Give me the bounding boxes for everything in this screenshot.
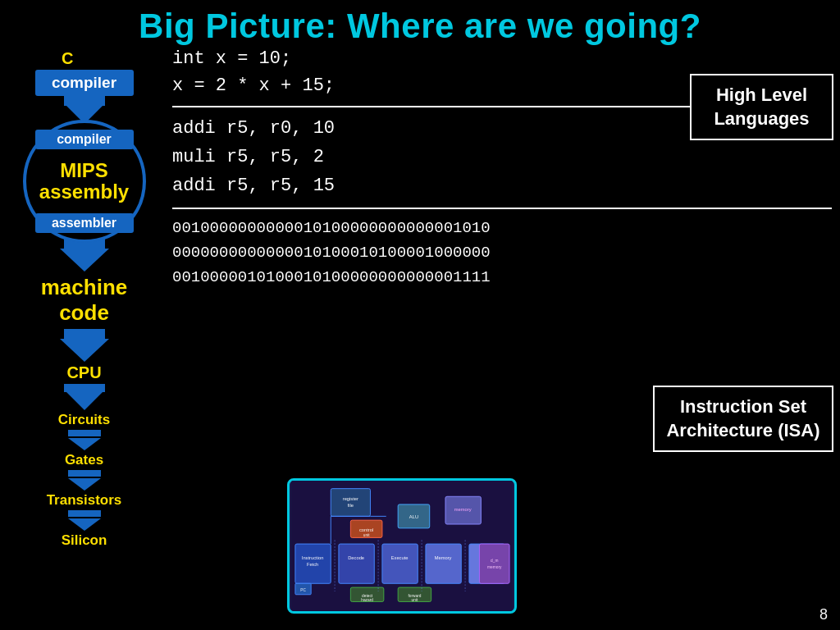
svg-text:control: control (359, 527, 373, 532)
binary-line1: 0010000000000010100000000000001010 (172, 216, 832, 240)
hierarchy-column: C compiler compiler MIPS assembly assemb… (8, 49, 160, 549)
svg-text:memory: memory (487, 565, 502, 569)
svg-rect-8 (426, 544, 461, 583)
sub-hierarchy: Circuits Gates Transistors Silicon (47, 412, 122, 549)
isa-line2: Architecture (ISA) (666, 420, 819, 441)
isa-callout: Instruction Set Architecture (ISA) (653, 386, 833, 452)
svg-text:forward: forward (408, 594, 421, 598)
compiler-box: compiler (35, 70, 134, 96)
circuits-label: Circuits (58, 412, 110, 428)
svg-text:Fetch: Fetch (307, 562, 318, 567)
svg-text:detect: detect (362, 594, 373, 598)
svg-text:PC: PC (300, 588, 306, 592)
svg-text:Execute: Execute (391, 555, 409, 560)
mips-circle: compiler MIPS assembly assembler (23, 120, 146, 243)
asm-line3: addi r5, r5, 15 (172, 171, 832, 200)
svg-text:unit: unit (412, 598, 418, 602)
hll-line1: High Level (716, 84, 807, 105)
svg-text:file: file (348, 503, 354, 508)
hll-line2: Languages (714, 108, 809, 129)
svg-rect-6 (382, 544, 418, 583)
svg-text:memory: memory (454, 507, 472, 512)
divider-2 (172, 208, 832, 209)
binary-line3: 0010000010100010100000000000001111 (172, 265, 832, 290)
svg-text:unit: unit (363, 533, 370, 537)
cpu-label: CPU (66, 363, 101, 382)
silicon-label: Silicon (62, 532, 107, 549)
svg-text:hazard: hazard (361, 598, 373, 602)
svg-text:Decode: Decode (348, 555, 364, 560)
hll-callout: High Level Languages (690, 74, 833, 140)
slide-title: Big Picture: Where are we going? (0, 0, 840, 46)
mips-label: MIPS assembly (39, 160, 129, 203)
machine-code-label: machine code (41, 275, 128, 326)
page-number: 8 (819, 606, 828, 623)
svg-text:d_m: d_m (491, 559, 498, 563)
binary-line2: 0000000000000010100010100001000000 (172, 240, 832, 265)
c-label: C (62, 49, 73, 68)
c-line1: int x = 10; (172, 45, 832, 72)
compiler-inner-box: compiler (35, 130, 134, 149)
assembler-inner-box: assembler (35, 213, 134, 233)
gates-label: Gates (65, 452, 103, 468)
svg-rect-4 (339, 544, 374, 583)
svg-rect-38 (479, 544, 509, 583)
arrow-to-cpu (60, 339, 109, 362)
svg-text:Memory: Memory (435, 555, 452, 560)
arrow-to-circuits (66, 392, 103, 410)
svg-text:ALU: ALU (409, 514, 418, 519)
cpu-diagram: Instruction Fetch Decode Execute Memory … (287, 478, 517, 614)
svg-text:register: register (343, 496, 358, 501)
asm-line2: muli r5, r5, 2 (172, 143, 832, 171)
svg-text:Instruction: Instruction (302, 555, 324, 560)
isa-line1: Instruction Set (680, 396, 806, 417)
binary-code: 0010000000000010100000000000001010 00000… (172, 216, 832, 290)
arrow-to-machine (60, 249, 109, 272)
transistors-label: Transistors (47, 492, 122, 509)
